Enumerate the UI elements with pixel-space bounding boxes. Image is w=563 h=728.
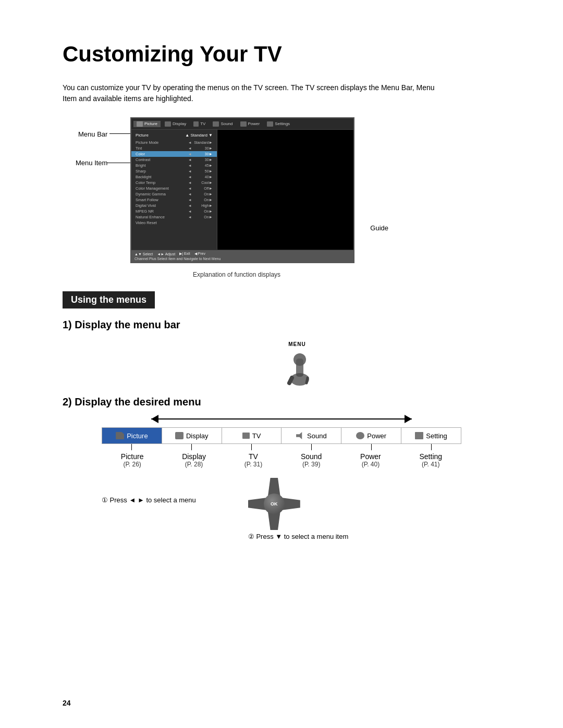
- menu-row-4: Bright◄45►: [131, 163, 217, 168]
- tv-diagram-section: Menu Bar Menu Item Guide Picture D: [63, 117, 500, 266]
- page-number: 24: [63, 699, 71, 707]
- menu-row-10: Smart Follow◄On►: [131, 197, 217, 203]
- tick-5: [431, 444, 432, 450]
- tick-0: [131, 444, 132, 450]
- step1-heading: 1) Display the menu bar: [63, 319, 500, 331]
- joystick-diagram: OK: [248, 478, 300, 530]
- menu-row-2: Color◄30►: [131, 151, 217, 157]
- menu-row-1: Tint◄30►: [131, 145, 217, 151]
- tick-2: [251, 444, 252, 450]
- nav-ticks: [102, 444, 461, 450]
- joystick-and-press2: OK ② Press ▼ to select a menu item: [248, 478, 349, 540]
- menu-row-13: Natural Enhance◄On►: [131, 214, 217, 220]
- menu-row-14: Video Reset: [131, 220, 217, 226]
- nav-item-display[interactable]: Display: [162, 428, 222, 443]
- double-arrow-row: [151, 418, 412, 419]
- nav-item-power[interactable]: Power: [341, 428, 401, 443]
- arrow-left-icon: [151, 415, 158, 423]
- svg-line-3: [289, 378, 292, 383]
- page-title: Customizing Your TV: [63, 42, 500, 67]
- tv-bottom-bar: ▲▼ Select ◄► Adjust ▶| Exit ◀ Prev Chann…: [131, 250, 353, 262]
- guide-label: Guide: [370, 224, 388, 232]
- step2-heading: 2) Display the desired menu: [63, 396, 500, 408]
- menu-row-12: MPEG NR◄On►: [131, 208, 217, 214]
- section-heading: Using the menus: [63, 291, 155, 309]
- nav-item-picture[interactable]: Picture: [102, 428, 162, 443]
- menu-bar-label: Menu Bar: [78, 130, 107, 138]
- arrow-right-icon: [405, 415, 412, 423]
- explanation-text: Explanation of function displays: [193, 271, 500, 278]
- nav-diagram-section: Picture Display TV Sound Power: [63, 418, 500, 540]
- tick-4: [371, 444, 372, 450]
- bottom-desc: Channel Plus Select Item and Navigate to…: [134, 257, 350, 261]
- menu-row-3: Contrast◄30►: [131, 157, 217, 163]
- menu-row-11: Digital Vivid◄High►: [131, 203, 217, 208]
- nav-bar: Picture Display TV Sound Power: [102, 427, 461, 444]
- intro-paragraph: You can customize your TV by operating t…: [63, 82, 438, 104]
- sound-icon: [296, 432, 304, 439]
- nav-col-2: TV (P. 31): [244, 452, 262, 468]
- menu-bar-picture: Picture: [133, 121, 161, 127]
- menu-item-label: Menu Item: [76, 159, 107, 167]
- tv-icon: [242, 433, 250, 439]
- display-icon: [175, 432, 183, 439]
- picture-icon: [116, 432, 124, 439]
- press2-text: ② Press ▼ to select a menu item: [248, 533, 349, 540]
- svg-line-4: [307, 378, 308, 383]
- nav-item-tv[interactable]: TV: [222, 428, 282, 443]
- step1-section: 1) Display the menu bar MENU: [63, 319, 500, 386]
- nav-col-4: Power (P. 40): [360, 452, 381, 468]
- joystick-instructions: ① Press ◄ ► to select a menu OK ② Press …: [102, 478, 461, 540]
- menu-row-0: Picture Mode◄Standard►: [131, 140, 217, 145]
- hand-svg: [276, 349, 318, 386]
- joy-center-button[interactable]: OK: [264, 493, 285, 514]
- step2-section: 2) Display the desired menu Picture Disp…: [63, 396, 500, 540]
- tv-menu-bar: Picture Display TV Sound: [131, 118, 353, 130]
- tv-diagram-outer: Menu Bar Menu Item Guide Picture D: [130, 117, 354, 263]
- menu-row-9: Dynamic Gamma◄On►: [131, 191, 217, 197]
- setting-icon: [415, 432, 423, 439]
- tick-3: [311, 444, 312, 450]
- menu-row-5: Sharp◄50►: [131, 168, 217, 174]
- press1-text: ① Press ◄ ► to select a menu: [102, 496, 196, 504]
- double-arrow: [151, 418, 412, 419]
- nav-col-3: Sound (P. 39): [301, 452, 322, 468]
- menu-row-8: Color Management◄Off►: [131, 186, 217, 191]
- nav-col-0: Picture (P. 26): [121, 452, 144, 468]
- menu-row-7: Color Temp◄Cool►: [131, 180, 217, 186]
- menu-bar-setting: Settings: [264, 121, 293, 127]
- menu-button-label: MENU: [288, 341, 305, 347]
- nav-col-1: Display (P. 28): [182, 452, 206, 468]
- tv-right-area: [217, 130, 353, 250]
- tick-1: [191, 444, 192, 450]
- nav-items-labels: Picture (P. 26) Display (P. 28) TV (P. 3…: [102, 452, 461, 468]
- menu-panel-header: Picture▲ Standard ▼: [131, 132, 217, 139]
- menu-bar-display: Display: [162, 121, 189, 127]
- menu-bar-power: Power: [237, 121, 263, 127]
- bottom-hints: ▲▼ Select ◄► Adjust ▶| Exit ◀ Prev: [134, 252, 350, 256]
- menu-bar-sound: Sound: [210, 121, 236, 127]
- nav-col-5: Setting (P. 41): [419, 452, 442, 468]
- menu-panel: Picture▲ Standard ▼ Picture Mode◄Standar…: [131, 130, 217, 250]
- nav-item-setting[interactable]: Setting: [401, 428, 461, 443]
- menu-bar-tv: TV: [190, 121, 209, 127]
- power-icon: [356, 432, 364, 439]
- menu-button-illustration: MENU: [94, 341, 500, 386]
- tv-body: Picture▲ Standard ▼ Picture Mode◄Standar…: [131, 130, 353, 250]
- nav-item-sound[interactable]: Sound: [282, 428, 341, 443]
- menu-row-6: Backlight◄40►: [131, 174, 217, 180]
- tv-screen: Picture Display TV Sound: [130, 117, 354, 263]
